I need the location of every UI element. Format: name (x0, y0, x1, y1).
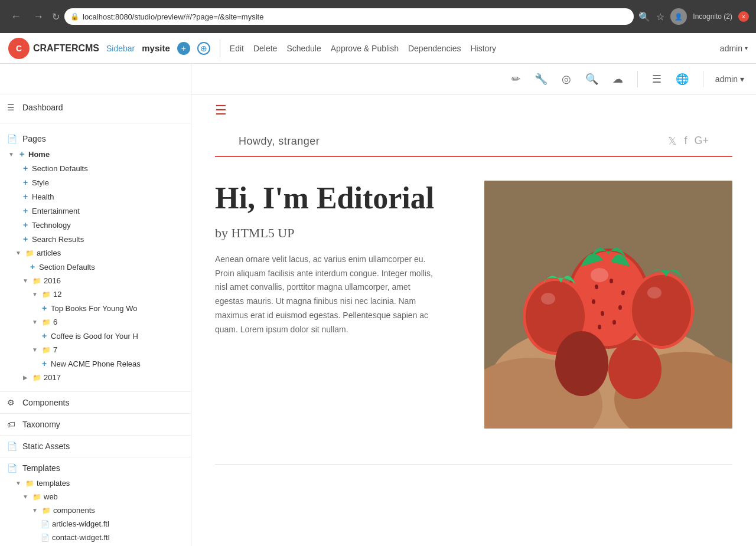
sidebar-item-static-assets[interactable]: 📄 Static Assets (0, 438, 191, 455)
bookmark-icon[interactable]: ☆ (656, 11, 664, 22)
sidebar-toggle-button[interactable]: Sidebar (106, 44, 135, 53)
wrench-icon[interactable]: 🔧 (532, 70, 550, 88)
main-layout: ☰ Dashboard 📄 Pages ▼ + Home + Section D… (0, 64, 756, 546)
search-icon[interactable]: 🔍 (583, 70, 601, 88)
svg-point-19 (632, 275, 691, 346)
sidebar-item-taxonomy[interactable]: 🏷 Taxonomy (0, 416, 191, 433)
delete-button[interactable]: Delete (253, 44, 277, 53)
divider-5 (0, 457, 191, 457)
tree-item-month-12[interactable]: ▼ 📁 12 (0, 287, 191, 301)
nav-title: Howdy, stranger (239, 135, 320, 148)
incognito-label: Incognito (2) (693, 12, 732, 21)
article-1-label: Top Books For Young Wo (51, 304, 137, 313)
plus-icon: + (18, 149, 26, 159)
target-icon[interactable]: ◎ (559, 70, 573, 88)
crafter-cms-logo: C (8, 38, 30, 59)
edit-button[interactable]: Edit (230, 44, 244, 53)
user-label: admin (720, 44, 742, 53)
tree-item-top-books[interactable]: + Top Books For Young Wo (0, 301, 191, 315)
reload-button[interactable]: ↻ (52, 11, 60, 22)
avatar: 👤 (670, 8, 687, 25)
dependencies-button[interactable]: Dependencies (408, 44, 461, 53)
tree-item-health[interactable]: + Health (0, 189, 191, 204)
article-2-label: Coffee is Good for Your H (51, 332, 138, 341)
menu-icon[interactable]: ☰ (650, 70, 664, 88)
sidebar-item-templates[interactable]: 📄 Templates (0, 460, 191, 476)
globe-icon[interactable]: 🌐 (673, 70, 691, 88)
month-12-label: 12 (53, 290, 61, 299)
sidebar-section-dashboard: ☰ Dashboard (0, 94, 191, 120)
preview-page: ☰ Howdy, stranger 𝕏 f G+ Hi, I'm Editori… (191, 94, 756, 465)
close-button[interactable]: × (738, 11, 749, 22)
tree-item-section-defaults-2[interactable]: + Section Defaults (0, 260, 191, 274)
components-folder-label: components (53, 506, 95, 515)
add-site-icon[interactable]: + (177, 42, 190, 55)
history-button[interactable]: History (470, 44, 496, 53)
preview-toolbar-divider (637, 71, 638, 87)
tree-item-home[interactable]: ▼ + Home (0, 147, 191, 161)
forward-button[interactable]: → (30, 8, 47, 25)
svg-point-22 (591, 268, 608, 282)
tree-item-2016[interactable]: ▼ 📁 2016 (0, 274, 191, 287)
tree-item-technology[interactable]: + Technology (0, 218, 191, 232)
tree-item-month-7[interactable]: ▼ 📁 7 (0, 343, 191, 357)
tree-item-entertainment[interactable]: + Entertainment (0, 204, 191, 218)
svg-text:C: C (16, 44, 22, 53)
tree-item-articles-widget[interactable]: 📄 articles-widget.ftl (0, 517, 191, 531)
url-bar[interactable]: 🔒 localhost:8080/studio/preview/#/?page=… (64, 8, 634, 25)
svg-point-11 (618, 305, 622, 310)
toggle-icon: ▼ (31, 319, 39, 325)
web-folder-label: web (44, 492, 58, 501)
cms-toolbar: C CRAFTERCMS Sidebar mysite + ⊕ Edit Del… (0, 33, 756, 64)
googleplus-icon[interactable]: G+ (694, 135, 709, 148)
facebook-icon[interactable]: f (684, 135, 687, 148)
divider-4 (0, 435, 191, 436)
pencil-icon[interactable]: ✏ (509, 70, 523, 88)
folder-icon: 📁 (25, 479, 34, 488)
folder-icon: 📁 (41, 506, 51, 515)
sidebar-item-components[interactable]: ⚙ Components (0, 394, 191, 411)
cms-logo-text: CRAFTERCMS (33, 43, 99, 54)
hamburger-icon[interactable]: ☰ (215, 103, 227, 118)
tree-item-coffee[interactable]: + Coffee is Good for Your H (0, 329, 191, 343)
sidebar-section-pages: 📄 Pages ▼ + Home + Section Defaults + St… (0, 126, 191, 389)
entertainment-label: Entertainment (32, 207, 80, 215)
tree-item-acme-phone[interactable]: + New ACME Phone Releas (0, 357, 191, 371)
sidebar-toolbar (0, 64, 191, 94)
sidebar: ☰ Dashboard 📄 Pages ▼ + Home + Section D… (0, 64, 191, 546)
plus-icon: + (21, 206, 30, 215)
tree-item-2017[interactable]: ▶ 📁 2017 (0, 371, 191, 384)
month-7-label: 7 (53, 345, 57, 354)
tree-item-style[interactable]: + Style (0, 175, 191, 189)
approve-publish-button[interactable]: Approve & Publish (331, 44, 399, 53)
tree-item-search-results[interactable]: + Search Results (0, 232, 191, 246)
section-defaults-2-label: Section Defaults (39, 263, 95, 272)
sidebar-item-dashboard[interactable]: ☰ Dashboard (0, 99, 191, 116)
tree-item-contact-widget[interactable]: 📄 contact-widget.ftl (0, 531, 191, 544)
tree-item-month-6[interactable]: ▼ 📁 6 (0, 315, 191, 329)
tree-item-articles[interactable]: ▼ 📁 articles (0, 246, 191, 260)
search-results-label: Search Results (32, 235, 84, 244)
admin-menu[interactable]: admin ▾ (715, 74, 744, 84)
articles-label: articles (37, 249, 61, 257)
pages-icon: 📄 (7, 134, 18, 143)
tree-item-components-folder[interactable]: ▼ 📁 components (0, 504, 191, 517)
tree-item-templates-folder[interactable]: ▼ 📁 templates (0, 476, 191, 490)
browser-chrome: ← → ↻ 🔒 localhost:8080/studio/preview/#/… (0, 0, 756, 33)
back-button[interactable]: ← (7, 8, 25, 25)
site-settings-icon[interactable]: ⊕ (197, 42, 210, 55)
tree-item-section-defaults-1[interactable]: + Section Defaults (0, 161, 191, 175)
upload-icon[interactable]: ☁ (610, 70, 625, 88)
schedule-button[interactable]: Schedule (286, 44, 321, 53)
twitter-icon[interactable]: 𝕏 (668, 135, 677, 148)
preview-area: ✏ 🔧 ◎ 🔍 ☁ ☰ 🌐 admin ▾ ☰ How (191, 64, 756, 546)
style-label: Style (32, 178, 49, 187)
home-label: Home (28, 150, 50, 159)
sidebar-item-pages[interactable]: 📄 Pages (0, 130, 191, 147)
preview-toolbar: ✏ 🔧 ◎ 🔍 ☁ ☰ 🌐 admin ▾ (191, 64, 756, 94)
user-menu[interactable]: admin ▾ (720, 44, 748, 53)
search-icon[interactable]: 🔍 (638, 11, 650, 22)
admin-chevron-icon: ▾ (740, 74, 744, 84)
tree-item-web-folder[interactable]: ▼ 📁 web (0, 490, 191, 504)
plus-icon: + (40, 359, 48, 368)
